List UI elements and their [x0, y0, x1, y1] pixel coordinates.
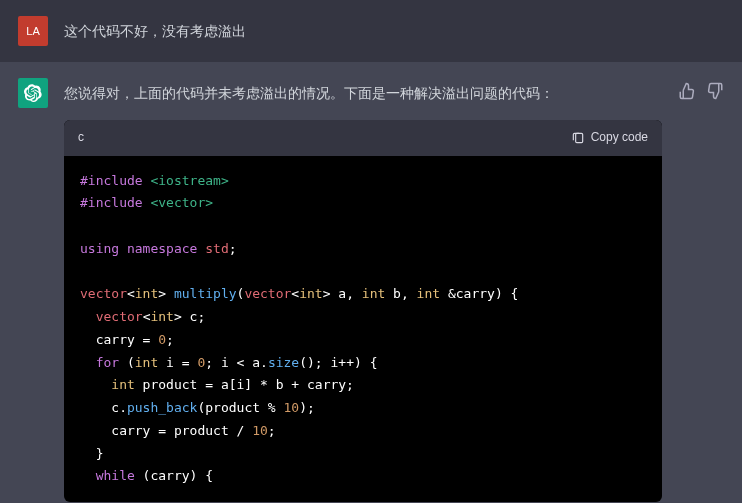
assistant-message-content: 您说得对，上面的代码并未考虑溢出的情况。下面是一种解决溢出问题的代码： c Co… [64, 78, 662, 502]
user-avatar: LA [18, 16, 48, 46]
copy-code-label: Copy code [591, 128, 648, 147]
thumbs-up-icon [678, 82, 696, 100]
svg-rect-0 [575, 133, 582, 142]
thumbs-down-button[interactable] [706, 82, 724, 100]
user-message-text: 这个代码不好，没有考虑溢出 [64, 16, 724, 46]
code-language-label: c [78, 128, 84, 147]
code-header: c Copy code [64, 120, 662, 155]
assistant-avatar [18, 78, 48, 108]
feedback-buttons [678, 78, 724, 502]
copy-code-button[interactable]: Copy code [571, 128, 648, 147]
openai-logo-icon [24, 84, 42, 102]
code-body: #include <iostream> #include <vector> us… [64, 156, 662, 503]
user-message-row: LA 这个代码不好，没有考虑溢出 [0, 0, 742, 62]
clipboard-icon [571, 131, 585, 145]
code-block: c Copy code #include <iostream> #include… [64, 120, 662, 502]
assistant-message-row: 您说得对，上面的代码并未考虑溢出的情况。下面是一种解决溢出问题的代码： c Co… [0, 62, 742, 503]
assistant-message-text: 您说得对，上面的代码并未考虑溢出的情况。下面是一种解决溢出问题的代码： [64, 82, 662, 104]
thumbs-down-icon [706, 82, 724, 100]
thumbs-up-button[interactable] [678, 82, 696, 100]
